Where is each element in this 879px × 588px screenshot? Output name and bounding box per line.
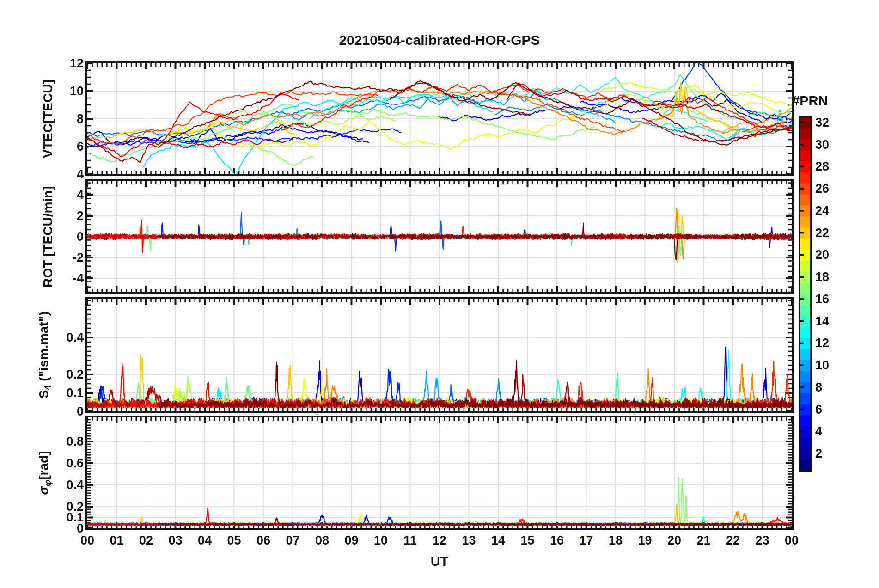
x-tick-label: 00 <box>777 533 806 548</box>
x-axis-label: UT <box>87 554 792 569</box>
y-tick-label: 0 <box>47 230 84 243</box>
y-tick-label: 4 <box>47 168 84 181</box>
x-tick-label: 12 <box>425 533 454 548</box>
x-tick-label: 21 <box>689 533 719 548</box>
colorbar-tick-label: 16 <box>815 293 829 306</box>
colorbar-tick-label: 10 <box>815 359 829 372</box>
x-tick-label: 01 <box>102 533 132 548</box>
y-tick-label: 0 <box>47 405 84 418</box>
colorbar-tick-label: 18 <box>815 270 829 283</box>
x-tick-label: 06 <box>249 533 278 548</box>
x-tick-label: 18 <box>601 533 630 548</box>
y-tick-label: -4 <box>47 272 84 285</box>
y-tick-label: 10 <box>47 85 84 98</box>
colorbar-tick-label: 30 <box>815 138 829 151</box>
x-tick-label: 19 <box>630 533 660 548</box>
y-tick-label: 0.1 <box>47 386 84 399</box>
chart-title: 20210504-calibrated-HOR-GPS <box>87 32 792 48</box>
figure: 20210504-calibrated-HOR-GPS VTEC[TECU] R… <box>0 0 879 588</box>
x-tick-label: 00 <box>73 533 102 548</box>
colorbar-tick-label: 28 <box>815 160 829 173</box>
y-tick-label: -2 <box>47 251 84 264</box>
colorbar-tick-label: 2 <box>815 447 822 460</box>
x-tick-label: 09 <box>337 533 366 548</box>
y-tick-label: 6 <box>47 140 84 153</box>
x-tick-label: 03 <box>161 533 190 548</box>
x-tick-label: 11 <box>396 533 425 548</box>
colorbar-tick-label: 8 <box>815 381 822 394</box>
colorbar-title: #PRN <box>792 93 828 109</box>
y-tick-label: 2 <box>47 209 84 222</box>
y-tick-label: 0.4 <box>47 331 84 344</box>
colorbar-tick-label: 24 <box>815 204 829 217</box>
colorbar-tick-label: 32 <box>815 116 829 129</box>
colorbar-tick-label: 22 <box>815 227 829 239</box>
x-tick-label: 05 <box>220 533 249 548</box>
x-tick-label: 16 <box>542 533 572 548</box>
x-tick-label: 08 <box>307 533 337 548</box>
x-tick-label: 10 <box>366 533 396 548</box>
colorbar-tick-label: 12 <box>815 337 829 349</box>
y-tick-label: 8 <box>47 112 84 125</box>
y-tick-label: 4 <box>47 189 84 202</box>
y-axis-label-s4: S4 ("ism.mat") <box>37 312 54 399</box>
x-tick-label: 23 <box>748 533 777 548</box>
colorbar-tick-label: 20 <box>815 248 829 261</box>
x-tick-label: 13 <box>454 533 484 548</box>
y-tick-label: 0.8 <box>47 435 84 448</box>
chart-canvas <box>0 0 879 588</box>
y-tick-label: 0.2 <box>47 368 84 381</box>
colorbar-tick-label: 4 <box>815 425 822 438</box>
x-tick-label: 02 <box>131 533 161 548</box>
x-tick-label: 20 <box>659 533 689 548</box>
x-tick-label: 15 <box>513 533 543 548</box>
colorbar-tick-label: 6 <box>815 403 822 416</box>
x-tick-label: 17 <box>572 533 601 548</box>
x-tick-label: 07 <box>278 533 308 548</box>
x-tick-label: 22 <box>718 533 748 548</box>
y-tick-label: 0.6 <box>47 457 84 470</box>
y-tick-label: 0.4 <box>47 478 84 491</box>
colorbar-tick-label: 14 <box>815 315 829 328</box>
x-tick-label: 04 <box>190 533 220 548</box>
x-tick-label: 14 <box>483 533 513 548</box>
colorbar-tick-label: 26 <box>815 182 829 195</box>
y-tick-label: 0 <box>47 522 84 535</box>
y-tick-label: 12 <box>47 57 84 70</box>
